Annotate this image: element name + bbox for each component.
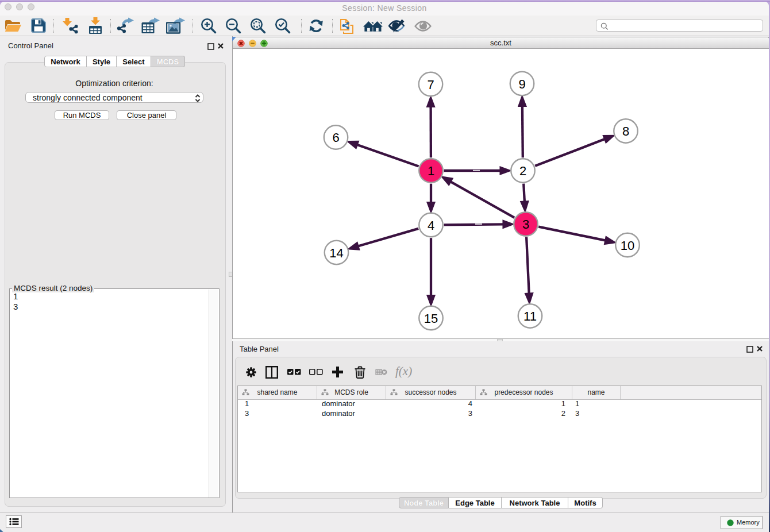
svg-text:1: 1 xyxy=(428,164,434,178)
svg-text:3: 3 xyxy=(522,217,529,232)
svg-text:6: 6 xyxy=(332,130,339,145)
svg-text:2: 2 xyxy=(519,164,526,178)
svg-text:9: 9 xyxy=(518,77,525,91)
svg-text:14: 14 xyxy=(329,246,343,260)
svg-text:15: 15 xyxy=(424,311,438,326)
svg-text:11: 11 xyxy=(523,309,537,323)
svg-text:8: 8 xyxy=(622,124,629,138)
svg-text:7: 7 xyxy=(427,78,434,92)
svg-text:4: 4 xyxy=(428,218,434,233)
svg-text:10: 10 xyxy=(621,238,634,253)
